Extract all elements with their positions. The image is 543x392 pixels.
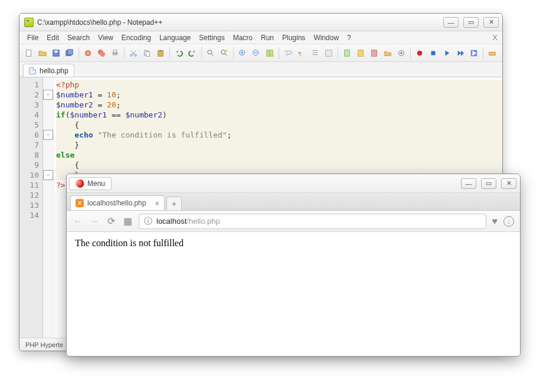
save-icon[interactable] <box>50 47 62 59</box>
monitor-icon[interactable] <box>395 47 407 59</box>
save-macro-icon[interactable] <box>468 47 480 59</box>
menu-plugins[interactable]: Plugins <box>278 32 309 43</box>
page-body-text: The condition is not fulfilled <box>75 238 184 248</box>
svg-point-16 <box>208 50 212 54</box>
record-macro-icon[interactable] <box>414 47 426 59</box>
play-macro-icon[interactable] <box>441 47 453 59</box>
function-list-icon[interactable] <box>368 47 380 59</box>
menu-run[interactable]: Run <box>257 32 278 43</box>
menu-file[interactable]: File <box>23 32 42 43</box>
close-file-icon[interactable] <box>82 47 94 59</box>
browser-tabstrip: X localhost/hello.php × + <box>67 193 520 211</box>
svg-rect-22 <box>270 50 273 56</box>
menu-settings[interactable]: Settings <box>195 32 228 43</box>
url-bar[interactable]: ⓘ localhost/hello.php <box>139 214 486 229</box>
window-title: C:\xampp\htdocs\hello.php - Notepad++ <box>37 18 162 27</box>
svg-rect-25 <box>345 50 350 56</box>
back-button[interactable]: ← <box>73 216 83 227</box>
menu-view[interactable]: View <box>94 32 117 43</box>
minimize-button[interactable]: — <box>443 17 459 28</box>
spellcheck-icon[interactable] <box>486 47 498 59</box>
doc-list-icon[interactable] <box>355 47 367 59</box>
file-tabbar: hello.php <box>19 62 502 77</box>
menu-language[interactable]: Language <box>155 32 195 43</box>
new-tab-button[interactable]: + <box>166 197 182 210</box>
opera-logo-icon <box>76 179 84 188</box>
menu-macro[interactable]: Macro <box>229 32 257 43</box>
menu-window[interactable]: Window <box>309 32 343 43</box>
file-tab-hello-php[interactable]: hello.php <box>23 64 74 77</box>
close-all-icon[interactable] <box>96 47 107 59</box>
svg-point-7 <box>100 51 105 57</box>
fold-column: − − − <box>43 77 54 338</box>
folder-workspace-icon[interactable] <box>382 47 394 59</box>
print-icon[interactable] <box>109 47 121 59</box>
svg-rect-26 <box>358 50 364 56</box>
redo-icon[interactable] <box>187 47 198 59</box>
all-chars-icon[interactable]: ¶ <box>296 47 308 59</box>
svg-rect-31 <box>431 51 436 55</box>
menu-edit[interactable]: Edit <box>42 32 63 43</box>
file-tab-label: hello.php <box>40 67 68 75</box>
opera-menu-button[interactable]: Menu <box>69 177 112 190</box>
menu-search[interactable]: Search <box>63 32 94 43</box>
udl-icon[interactable] <box>323 47 335 59</box>
svg-rect-9 <box>113 50 116 52</box>
opera-menu-label: Menu <box>87 179 105 188</box>
play-multi-icon[interactable] <box>454 47 466 59</box>
bookmark-icon[interactable]: ♥ <box>492 216 498 227</box>
browser-viewport: The condition is not fulfilled <box>67 232 520 356</box>
svg-point-17 <box>221 50 225 54</box>
doc-close-icon[interactable]: X <box>492 33 498 42</box>
window-controls: — ▭ ✕ <box>443 17 499 28</box>
indent-guide-icon[interactable] <box>309 47 321 59</box>
browser-titlebar: Menu — ▭ ✕ <box>67 174 520 193</box>
tab-close-icon[interactable]: × <box>155 199 159 208</box>
menu-encoding[interactable]: Encoding <box>117 32 155 43</box>
maximize-button[interactable]: ▭ <box>463 17 479 28</box>
sync-v-icon[interactable] <box>264 47 276 59</box>
zoom-out-icon[interactable] <box>250 47 262 59</box>
find-icon[interactable] <box>205 47 217 59</box>
file-icon <box>29 67 36 74</box>
new-file-icon[interactable] <box>23 47 35 59</box>
status-file-type: PHP Hyperte <box>25 341 63 348</box>
paste-icon[interactable] <box>155 47 166 59</box>
svg-rect-4 <box>68 49 73 54</box>
browser-window-controls: — ▭ ✕ <box>461 178 516 189</box>
menubar: File Edit Search View Encoding Language … <box>19 31 502 44</box>
downloads-icon[interactable]: ↓ <box>503 216 514 227</box>
zoom-in-icon[interactable] <box>237 47 248 59</box>
browser-tab-hello-php[interactable]: X localhost/hello.php × <box>70 195 165 210</box>
forward-button[interactable]: → <box>89 216 100 227</box>
browser-maximize-button[interactable]: ▭ <box>481 178 496 189</box>
copy-icon[interactable] <box>141 47 153 59</box>
undo-icon[interactable] <box>173 47 185 59</box>
svg-rect-21 <box>267 50 269 56</box>
doc-map-icon[interactable] <box>341 47 353 59</box>
site-info-icon[interactable]: ⓘ <box>144 216 152 227</box>
close-button[interactable]: ✕ <box>483 17 499 28</box>
svg-rect-2 <box>54 50 57 53</box>
svg-rect-13 <box>146 51 149 56</box>
svg-rect-0 <box>27 50 31 56</box>
browser-close-button[interactable]: ✕ <box>501 178 516 189</box>
reload-button[interactable]: ⟳ <box>106 215 116 227</box>
toolbar: ¶ <box>19 44 502 62</box>
wordwrap-icon[interactable] <box>282 47 294 59</box>
speed-dial-icon[interactable]: ▦ <box>122 215 133 227</box>
svg-point-30 <box>417 50 423 55</box>
cut-icon[interactable] <box>127 47 139 59</box>
url-domain: localhost <box>156 217 187 226</box>
svg-rect-27 <box>372 50 377 56</box>
browser-minimize-button[interactable]: — <box>461 178 476 189</box>
browser-toolbar: ← → ⟳ ▦ ⓘ localhost/hello.php ♥ ↓ <box>67 211 520 232</box>
browser-tab-title: localhost/hello.php <box>87 199 146 207</box>
save-all-icon[interactable] <box>64 47 76 59</box>
replace-icon[interactable] <box>218 47 230 59</box>
stop-macro-icon[interactable] <box>427 47 439 59</box>
open-file-icon[interactable] <box>37 47 48 59</box>
url-path: /hello.php <box>187 217 220 226</box>
menu-help[interactable]: ? <box>343 32 355 43</box>
xampp-favicon-icon: X <box>76 199 84 207</box>
